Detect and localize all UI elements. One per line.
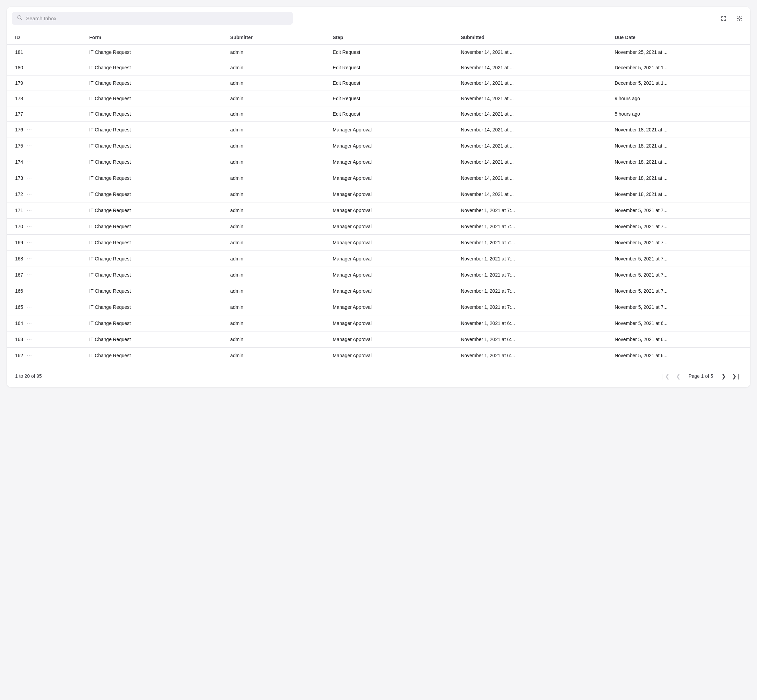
cell-step: Manager Approval	[327, 138, 455, 154]
cell-id: 179	[7, 75, 84, 91]
cell-duedate: November 5, 2021 at 7...	[609, 267, 750, 283]
row-menu-dots[interactable]: ···	[27, 256, 32, 262]
table-row[interactable]: 170···IT Change RequestadminManager Appr…	[7, 219, 750, 235]
cell-submitter: admin	[225, 251, 327, 267]
cell-id: 175···	[7, 138, 84, 154]
row-menu-dots[interactable]: ···	[27, 175, 32, 181]
expand-button[interactable]	[718, 13, 730, 24]
cell-submitter: admin	[225, 316, 327, 331]
cell-submitter: admin	[225, 186, 327, 202]
cell-submitter: admin	[225, 219, 327, 235]
table-row[interactable]: 167···IT Change RequestadminManager Appr…	[7, 267, 750, 283]
cell-step: Manager Approval	[327, 316, 455, 331]
table-row[interactable]: 166···IT Change RequestadminManager Appr…	[7, 283, 750, 299]
cell-submitted: November 1, 2021 at 6:...	[455, 316, 609, 331]
cell-duedate: November 5, 2021 at 7...	[609, 283, 750, 299]
next-page-button[interactable]: ❯	[718, 370, 729, 381]
cell-form: IT Change Request	[84, 219, 225, 235]
table-row[interactable]: 181IT Change RequestadminEdit RequestNov…	[7, 45, 750, 60]
cell-id: 172···	[7, 186, 84, 202]
table-row[interactable]: 180IT Change RequestadminEdit RequestNov…	[7, 60, 750, 75]
cell-submitter: admin	[225, 267, 327, 283]
search-bar-wrapper	[7, 7, 750, 25]
table-row[interactable]: 176···IT Change RequestadminManager Appr…	[7, 122, 750, 138]
row-menu-dots[interactable]: ···	[27, 288, 32, 294]
cell-submitter: admin	[225, 91, 327, 106]
svg-line-1	[21, 19, 22, 20]
table-row[interactable]: 174···IT Change RequestadminManager Appr…	[7, 154, 750, 170]
row-menu-dots[interactable]: ···	[27, 352, 32, 359]
table-row[interactable]: 172···IT Change RequestadminManager Appr…	[7, 186, 750, 202]
table-row[interactable]: 171···IT Change RequestadminManager Appr…	[7, 202, 750, 219]
row-menu-dots[interactable]: ···	[27, 336, 32, 342]
cell-submitted: November 14, 2021 at ...	[455, 154, 609, 170]
cell-submitter: admin	[225, 348, 327, 364]
cell-submitted: November 1, 2021 at 7:...	[455, 202, 609, 219]
toolbar-icons	[718, 13, 745, 24]
row-menu-dots[interactable]: ···	[27, 191, 32, 197]
table-row[interactable]: 163···IT Change RequestadminManager Appr…	[7, 331, 750, 348]
last-page-button[interactable]: ❯❘	[731, 370, 742, 381]
range-label: 1 to 20 of 95	[15, 373, 42, 379]
cell-duedate: November 5, 2021 at 7...	[609, 219, 750, 235]
row-id: 164	[15, 320, 23, 326]
table-row[interactable]: 168···IT Change RequestadminManager Appr…	[7, 251, 750, 267]
table-row[interactable]: 162···IT Change RequestadminManager Appr…	[7, 348, 750, 364]
row-menu-dots[interactable]: ···	[27, 159, 32, 165]
cell-form: IT Change Request	[84, 267, 225, 283]
cell-form: IT Change Request	[84, 348, 225, 364]
cell-form: IT Change Request	[84, 60, 225, 75]
cell-submitter: admin	[225, 154, 327, 170]
cell-submitted: November 1, 2021 at 7:...	[455, 219, 609, 235]
cell-submitted: November 14, 2021 at ...	[455, 138, 609, 154]
row-menu-dots[interactable]: ···	[27, 304, 32, 310]
cell-submitted: November 1, 2021 at 7:...	[455, 267, 609, 283]
table-row[interactable]: 164···IT Change RequestadminManager Appr…	[7, 316, 750, 331]
row-menu-dots[interactable]: ···	[27, 320, 32, 326]
cell-duedate: December 5, 2021 at 1...	[609, 75, 750, 91]
table-row[interactable]: 165···IT Change RequestadminManager Appr…	[7, 299, 750, 316]
prev-page-button[interactable]: ❮	[673, 370, 683, 381]
row-menu-dots[interactable]: ···	[27, 223, 32, 230]
cell-submitted: November 1, 2021 at 6:...	[455, 348, 609, 364]
cell-submitter: admin	[225, 45, 327, 60]
cell-step: Manager Approval	[327, 331, 455, 348]
row-menu-dots[interactable]: ···	[27, 272, 32, 278]
cell-duedate: November 5, 2021 at 6...	[609, 331, 750, 348]
cell-submitted: November 1, 2021 at 7:...	[455, 251, 609, 267]
cell-id: 177	[7, 106, 84, 122]
cell-duedate: November 25, 2021 at ...	[609, 45, 750, 60]
cell-duedate: November 5, 2021 at 7...	[609, 251, 750, 267]
cell-submitted: November 14, 2021 at ...	[455, 60, 609, 75]
row-id: 170	[15, 224, 23, 229]
first-page-button[interactable]: ❘❮	[660, 370, 671, 381]
table-row[interactable]: 173···IT Change RequestadminManager Appr…	[7, 170, 750, 186]
cell-submitter: admin	[225, 202, 327, 219]
row-menu-dots[interactable]: ···	[27, 207, 32, 213]
row-menu-dots[interactable]: ···	[27, 143, 32, 149]
table-row[interactable]: 175···IT Change RequestadminManager Appr…	[7, 138, 750, 154]
inbox-table: ID Form Submitter Step Submitted Due Dat…	[7, 31, 750, 363]
search-input[interactable]	[26, 16, 288, 21]
table-row[interactable]: 177IT Change RequestadminEdit RequestNov…	[7, 106, 750, 122]
table-row[interactable]: 169···IT Change RequestadminManager Appr…	[7, 235, 750, 251]
cell-duedate: November 5, 2021 at 6...	[609, 348, 750, 364]
table-row[interactable]: 178IT Change RequestadminEdit RequestNov…	[7, 91, 750, 106]
cell-step: Manager Approval	[327, 122, 455, 138]
cell-step: Edit Request	[327, 91, 455, 106]
cell-form: IT Change Request	[84, 91, 225, 106]
cell-form: IT Change Request	[84, 186, 225, 202]
table-row[interactable]: 179IT Change RequestadminEdit RequestNov…	[7, 75, 750, 91]
col-header-duedate: Due Date	[609, 31, 750, 45]
settings-button[interactable]	[734, 13, 745, 24]
row-id: 173	[15, 175, 23, 181]
cell-id: 171···	[7, 202, 84, 219]
row-id: 167	[15, 272, 23, 278]
cell-step: Manager Approval	[327, 283, 455, 299]
cell-id: 173···	[7, 170, 84, 186]
row-menu-dots[interactable]: ···	[27, 239, 32, 246]
inbox-container: ID Form Submitter Step Submitted Due Dat…	[7, 7, 750, 387]
row-menu-dots[interactable]: ···	[27, 127, 32, 133]
cell-form: IT Change Request	[84, 138, 225, 154]
cell-duedate: 5 hours ago	[609, 106, 750, 122]
